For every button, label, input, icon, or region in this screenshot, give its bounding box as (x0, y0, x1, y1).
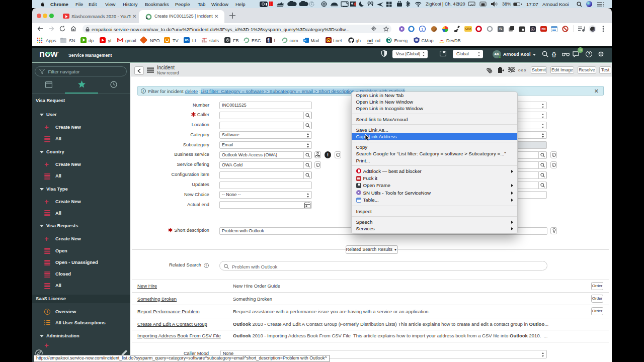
svg-text:o: o (304, 39, 306, 42)
svg-text:1: 1 (421, 27, 424, 32)
